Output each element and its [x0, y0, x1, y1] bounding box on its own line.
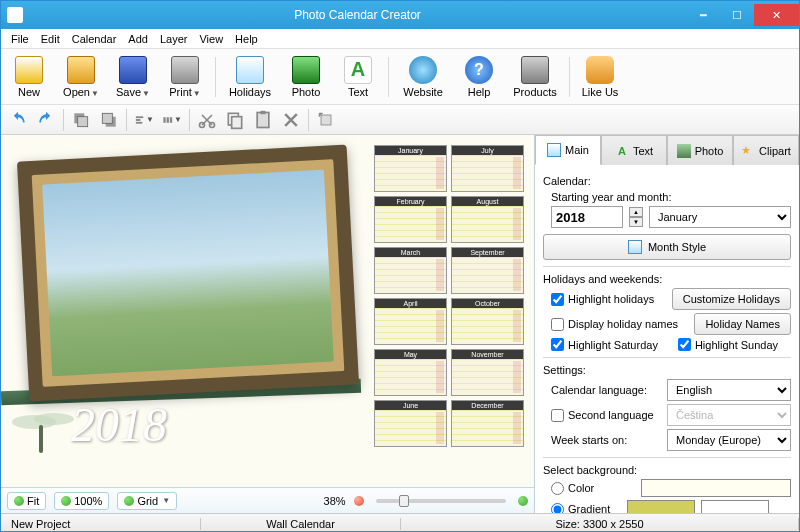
- mini-month[interactable]: September: [451, 247, 524, 294]
- mini-month[interactable]: May: [374, 349, 447, 396]
- copy-button[interactable]: [224, 109, 246, 131]
- products-button[interactable]: Products: [507, 52, 563, 102]
- cal-lang-select[interactable]: English: [667, 379, 791, 401]
- maximize-button[interactable]: ☐: [720, 4, 754, 26]
- week-starts-select[interactable]: Monday (Europe): [667, 429, 791, 451]
- rotate-button[interactable]: [315, 109, 337, 131]
- text-button[interactable]: AText: [334, 52, 382, 102]
- send-back-button[interactable]: [98, 109, 120, 131]
- svg-rect-8: [167, 117, 169, 123]
- fit-button[interactable]: Fit: [7, 492, 46, 510]
- help-button[interactable]: ?Help: [455, 52, 503, 102]
- month-style-button[interactable]: Month Style: [543, 234, 791, 260]
- delete-button[interactable]: [280, 109, 302, 131]
- photo-frame[interactable]: [17, 145, 359, 402]
- holiday-names-button[interactable]: Holiday Names: [694, 313, 791, 335]
- svg-rect-1: [78, 116, 88, 126]
- bring-front-button[interactable]: [70, 109, 92, 131]
- tab-text[interactable]: AText: [601, 135, 667, 165]
- save-button[interactable]: Save▼: [109, 52, 157, 102]
- svg-rect-3: [102, 113, 112, 123]
- canvas-bottom-bar: Fit 100% Grid▼ 38%: [1, 487, 534, 513]
- cut-button[interactable]: [196, 109, 218, 131]
- menu-add[interactable]: Add: [122, 31, 154, 47]
- sub-toolbar: ▼ ▼: [1, 105, 799, 135]
- highlight-holidays-check[interactable]: Highlight holidays: [551, 293, 654, 306]
- star-icon: ★: [741, 144, 755, 158]
- mini-month[interactable]: February: [374, 196, 447, 243]
- menu-calendar[interactable]: Calendar: [66, 31, 123, 47]
- menu-file[interactable]: File: [5, 31, 35, 47]
- print-button[interactable]: Print▼: [161, 52, 209, 102]
- status-bar: New Project Wall Calendar Size: 3300 x 2…: [1, 513, 799, 532]
- align-button[interactable]: ▼: [133, 109, 155, 131]
- month-select[interactable]: January: [649, 206, 791, 228]
- holidays-label: Holidays and weekends:: [543, 273, 791, 285]
- menu-edit[interactable]: Edit: [35, 31, 66, 47]
- svg-rect-9: [170, 117, 172, 123]
- bg-color-radio[interactable]: Color: [551, 482, 594, 495]
- likeus-button[interactable]: Like Us: [576, 52, 624, 102]
- status-type: Wall Calendar: [201, 518, 401, 530]
- zoom-100-button[interactable]: 100%: [54, 492, 109, 510]
- website-button[interactable]: Website: [395, 52, 451, 102]
- svg-rect-14: [257, 112, 269, 127]
- paste-button[interactable]: [252, 109, 274, 131]
- customize-holidays-button[interactable]: Customize Holidays: [672, 288, 791, 310]
- photo-icon: [677, 144, 691, 158]
- holidays-button[interactable]: Holidays: [222, 52, 278, 102]
- year-down[interactable]: ▼: [629, 217, 643, 227]
- mini-month[interactable]: April: [374, 298, 447, 345]
- mini-month[interactable]: October: [451, 298, 524, 345]
- mini-month[interactable]: August: [451, 196, 524, 243]
- calendar-icon: [547, 143, 561, 157]
- tab-photo[interactable]: Photo: [667, 135, 733, 165]
- tab-clipart[interactable]: ★Clipart: [733, 135, 799, 165]
- new-button[interactable]: New: [5, 52, 53, 102]
- year-input[interactable]: [551, 206, 623, 228]
- mini-month[interactable]: June: [374, 400, 447, 447]
- bg-color-swatch[interactable]: [641, 479, 791, 497]
- mini-month[interactable]: July: [451, 145, 524, 192]
- highlight-sat-check[interactable]: Highlight Saturday: [551, 338, 658, 351]
- svg-rect-7: [163, 117, 165, 123]
- grid-button[interactable]: Grid▼: [117, 492, 177, 510]
- close-button[interactable]: ✕: [754, 4, 799, 26]
- year-text[interactable]: 2018: [71, 397, 167, 452]
- zoom-out-icon[interactable]: [354, 496, 364, 506]
- grad-b-swatch[interactable]: [701, 500, 769, 513]
- menu-help[interactable]: Help: [229, 31, 264, 47]
- text-icon: A: [615, 144, 629, 158]
- open-button[interactable]: Open▼: [57, 52, 105, 102]
- svg-rect-16: [321, 115, 331, 125]
- year-up[interactable]: ▲: [629, 207, 643, 217]
- second-lang-check[interactable]: Second language: [551, 409, 661, 422]
- mini-month[interactable]: December: [451, 400, 524, 447]
- tab-main[interactable]: Main: [535, 135, 601, 165]
- mini-month[interactable]: March: [374, 247, 447, 294]
- distribute-button[interactable]: ▼: [161, 109, 183, 131]
- display-names-check[interactable]: Display holiday names: [551, 318, 678, 331]
- menu-view[interactable]: View: [193, 31, 229, 47]
- canvas[interactable]: 2018 January July February August March …: [1, 135, 534, 487]
- mini-month[interactable]: January: [374, 145, 447, 192]
- grad-a-swatch[interactable]: [627, 500, 695, 513]
- undo-button[interactable]: [7, 109, 29, 131]
- menu-bar: File Edit Calendar Add Layer View Help: [1, 29, 799, 49]
- photo-button[interactable]: Photo: [282, 52, 330, 102]
- app-icon: [7, 7, 23, 23]
- highlight-sun-check[interactable]: Highlight Sunday: [678, 338, 778, 351]
- zoom-slider[interactable]: [376, 499, 506, 503]
- status-project: New Project: [1, 518, 201, 530]
- mini-month[interactable]: November: [451, 349, 524, 396]
- second-lang-select: Čeština: [667, 404, 791, 426]
- minimize-button[interactable]: ━: [686, 4, 720, 26]
- svg-rect-15: [261, 110, 266, 113]
- menu-layer[interactable]: Layer: [154, 31, 194, 47]
- bg-gradient-radio[interactable]: Gradient: [551, 503, 621, 514]
- svg-rect-13: [232, 116, 242, 128]
- redo-button[interactable]: [35, 109, 57, 131]
- zoom-in-icon[interactable]: [518, 496, 528, 506]
- svg-point-18: [34, 413, 74, 425]
- dragonfly-decoration: [9, 407, 79, 457]
